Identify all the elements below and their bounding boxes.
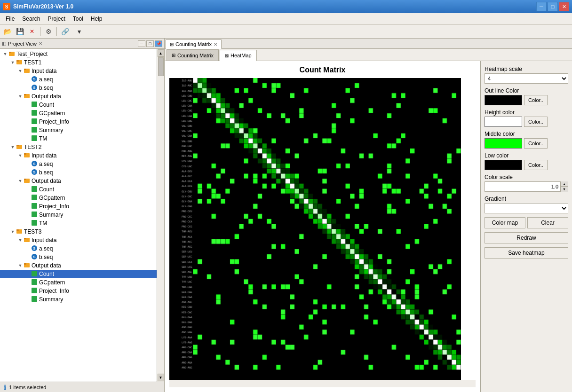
tree-item[interactable]: Summary — [0, 126, 157, 134]
menu-project[interactable]: Project — [44, 15, 69, 23]
outline-color-button[interactable]: Color.. — [524, 95, 548, 105]
tree-toggle-icon[interactable]: ▼ — [17, 178, 24, 184]
tree-toggle-icon[interactable]: ▼ — [9, 228, 16, 235]
tree-item[interactable]: GCpattern — [0, 194, 157, 202]
spinner-up-btn[interactable]: ▲ — [560, 181, 568, 187]
color-map-button[interactable]: Color map — [485, 217, 525, 228]
menu-help[interactable]: Help — [87, 15, 106, 23]
toolbar-save-btn[interactable]: 💾 — [14, 26, 25, 37]
panel-pin-btn[interactable]: 📌 — [155, 40, 162, 47]
maximize-button[interactable]: □ — [548, 2, 558, 11]
title-bar-controls[interactable]: ─ □ ✕ — [536, 2, 569, 11]
tree-toggle-icon[interactable] — [24, 203, 31, 210]
tree-toggle-icon[interactable] — [24, 279, 31, 286]
tree-toggle-icon[interactable] — [24, 271, 31, 277]
middle-color-button[interactable]: Color.. — [524, 138, 548, 149]
tree-item[interactable]: ▼TEST1 — [0, 58, 157, 67]
menu-tool[interactable]: Tool — [69, 15, 87, 23]
close-button[interactable]: ✕ — [559, 2, 569, 11]
tree-toggle-icon[interactable] — [24, 102, 31, 108]
tree-toggle-icon[interactable] — [24, 118, 31, 125]
tree-item[interactable]: ▼TEST2 — [0, 143, 157, 151]
panel-minimize-btn[interactable]: ─ — [138, 40, 145, 47]
toolbar-close-btn[interactable]: ✕ — [26, 26, 38, 37]
color-scale-spinner[interactable]: ▲ ▼ — [485, 181, 568, 192]
counting-matrix-tab[interactable]: ⊞ Counting Matrix ✕ — [166, 39, 222, 49]
bottom-scroll[interactable] — [169, 380, 476, 387]
toolbar-link-btn[interactable]: 🔗 — [59, 26, 71, 37]
tree-toggle-icon[interactable] — [24, 161, 31, 167]
middle-color-box[interactable] — [485, 138, 522, 149]
tree-toggle-icon[interactable] — [24, 212, 31, 218]
tree-toggle-icon[interactable]: ▼ — [17, 93, 24, 100]
tree-toggle-icon[interactable] — [24, 245, 31, 252]
tree-item[interactable]: ▼TEST3 — [0, 227, 157, 236]
tree-item[interactable]: Count — [0, 101, 157, 109]
tree-scrollbar[interactable]: ▲ ▼ — [157, 49, 164, 382]
tree-item[interactable]: Count — [0, 185, 157, 194]
tree-item[interactable]: GCpattern — [0, 278, 157, 287]
tree-toggle-icon[interactable] — [24, 127, 31, 133]
tree-item[interactable]: TM — [0, 134, 157, 143]
tree-item[interactable]: ▼Input data — [0, 151, 157, 160]
menu-file[interactable]: File — [2, 15, 18, 23]
toolbar-arrow-btn[interactable]: ▾ — [73, 26, 85, 37]
tree-toggle-icon[interactable] — [24, 296, 31, 303]
inner-tab-heatmap[interactable]: ⊠ HeatMap — [220, 50, 257, 61]
tree-toggle-icon[interactable] — [24, 85, 31, 91]
tree-item[interactable]: Summary — [0, 295, 157, 304]
low-color-button[interactable]: Color.. — [524, 160, 548, 170]
clear-button[interactable]: Clear — [527, 217, 568, 228]
scrollbar-down-btn[interactable]: ▼ — [158, 374, 164, 381]
save-heatmap-button[interactable]: Save heatmap — [485, 247, 568, 259]
tree-item[interactable]: ▼Output data — [0, 177, 157, 185]
tree-toggle-icon[interactable] — [24, 288, 31, 294]
panel-maximize-btn[interactable]: □ — [146, 40, 154, 47]
tree-toggle-icon[interactable]: ▼ — [17, 152, 24, 159]
tree-item[interactable]: Sb.seq — [0, 84, 157, 92]
tree-item[interactable]: ▼Input data — [0, 236, 157, 244]
tree-toggle-icon[interactable]: ▼ — [9, 144, 16, 150]
tree-item[interactable]: Project_Info — [0, 202, 157, 211]
tree-item[interactable]: ▼Output data — [0, 261, 157, 270]
color-scale-input[interactable] — [485, 184, 560, 189]
toolbar-settings-btn[interactable]: ⚙ — [43, 26, 54, 37]
tree-item[interactable]: Count — [0, 270, 157, 278]
tree-toggle-icon[interactable] — [24, 169, 31, 176]
low-color-box[interactable] — [485, 160, 522, 170]
tree-toggle-icon[interactable]: ▼ — [9, 59, 16, 66]
tree-toggle-icon[interactable]: ▼ — [17, 68, 24, 74]
toolbar-open-btn[interactable]: 📂 — [2, 26, 13, 37]
tree-item[interactable]: Project_Info — [0, 118, 157, 126]
height-color-button[interactable]: Color.. — [524, 117, 548, 127]
height-color-box[interactable] — [485, 117, 522, 127]
tree-item[interactable]: Sb.seq — [0, 168, 157, 177]
tree-toggle-icon[interactable]: ▼ — [17, 237, 24, 243]
tree-item[interactable]: GCpattern — [0, 109, 157, 118]
tree-toggle-icon[interactable] — [24, 220, 31, 227]
tree-toggle-icon[interactable] — [24, 195, 31, 201]
tree-item[interactable]: Summary — [0, 211, 157, 219]
tree-toggle-icon[interactable]: ▼ — [2, 51, 8, 57]
counting-matrix-tab-close[interactable]: ✕ — [214, 42, 217, 47]
scrollbar-up-btn[interactable]: ▲ — [158, 49, 164, 57]
tree-toggle-icon[interactable] — [24, 135, 31, 142]
tree-item[interactable]: ▼Output data — [0, 92, 157, 101]
tree-toggle-icon[interactable]: ▼ — [17, 262, 24, 269]
gradient-select[interactable] — [485, 203, 568, 213]
tree-toggle-icon[interactable] — [24, 110, 31, 117]
tree-item[interactable]: ▼Input data — [0, 67, 157, 75]
tree-item[interactable]: TM — [0, 219, 157, 227]
spinner-down-btn[interactable]: ▼ — [560, 187, 568, 192]
tree-item[interactable]: Sa.seq — [0, 75, 157, 84]
outline-color-box[interactable] — [485, 95, 522, 105]
tree-item[interactable]: Project_Info — [0, 287, 157, 295]
tree-toggle-icon[interactable] — [24, 254, 31, 260]
tree-item[interactable]: Sb.seq — [0, 253, 157, 261]
tree-item[interactable]: Sa.seq — [0, 244, 157, 253]
inner-tab-counting-matrix[interactable]: ⊞ Counting Matrix — [167, 49, 219, 61]
tree-item[interactable]: ▼Test_Project — [0, 50, 157, 58]
redraw-button[interactable]: Redraw — [485, 232, 568, 243]
minimize-button[interactable]: ─ — [536, 2, 547, 11]
scrollbar-thumb[interactable] — [158, 57, 164, 76]
